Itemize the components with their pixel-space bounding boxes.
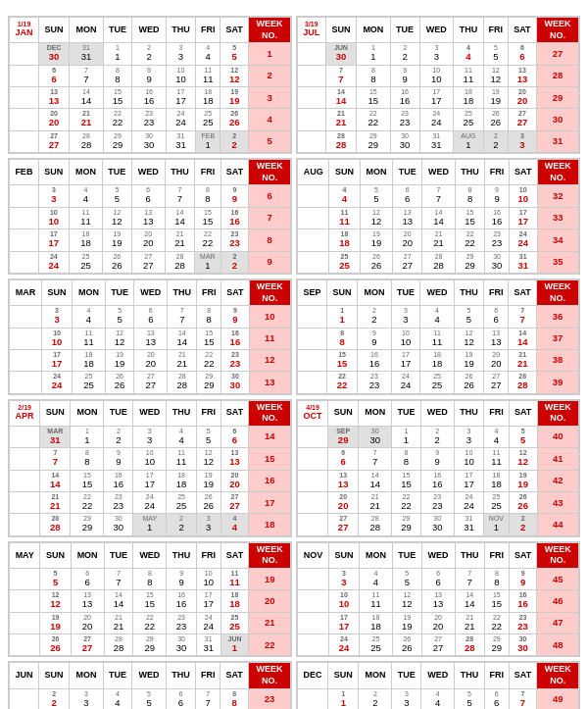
day-cell: 2727 <box>220 492 249 514</box>
day-cell: 1616 <box>485 207 510 228</box>
day-cell: 1717 <box>509 207 537 228</box>
col-header-tue: TUE <box>392 400 421 426</box>
col-header-fri: FRI <box>484 279 509 305</box>
week-number: 31 <box>536 130 578 152</box>
day-cell: 2626 <box>483 109 508 130</box>
day-cell: 2020 <box>134 349 168 371</box>
day-cell: 1818 <box>196 87 220 109</box>
day-cell: 55 <box>105 306 134 328</box>
col-header-thu: THU <box>166 18 196 43</box>
col-header-thu: THU <box>454 18 484 43</box>
col-header-sun: SUN <box>329 160 360 185</box>
day-cell: 1212 <box>392 590 421 612</box>
day-cell: 2222 <box>197 349 221 371</box>
day-cell: 1111 <box>329 207 360 228</box>
week-number: 29 <box>536 87 578 109</box>
day-cell: 1313 <box>220 448 249 470</box>
week-number: 37 <box>537 328 579 349</box>
day-cell: 2525 <box>359 634 392 656</box>
row-month-cell <box>298 251 329 273</box>
col-header-fri: FRI <box>196 542 220 568</box>
row-month-cell <box>10 426 40 447</box>
month-label: NOV <box>298 542 329 568</box>
day-cell: 22 <box>359 688 392 709</box>
day-cell: 2525 <box>73 372 106 393</box>
day-cell: 2424 <box>42 372 73 393</box>
day-cell: 88 <box>197 306 221 328</box>
day-cell: 2525 <box>420 372 454 393</box>
day-cell: 2020 <box>421 612 455 633</box>
week-number: 15 <box>249 448 291 470</box>
row-month-cell <box>10 229 39 251</box>
right-half: 3/19JULSUNMONTUEWEDTHUFRISATWEEKNO.JUN30… <box>296 16 580 709</box>
col-header-sun: SUN <box>40 542 71 568</box>
day-cell: 11 <box>326 306 357 328</box>
day-cell: 44 <box>69 185 102 207</box>
day-cell: 1919 <box>360 229 393 251</box>
day-cell: 1515 <box>195 207 220 228</box>
day-cell: DEC30 <box>38 43 69 65</box>
day-cell: 2626 <box>196 492 220 514</box>
day-cell: 77 <box>359 448 392 470</box>
col-header-thu: THU <box>166 663 196 688</box>
day-cell: 1616 <box>509 590 537 612</box>
day-cell: 66 <box>71 569 104 590</box>
day-cell: 1111 <box>454 65 484 86</box>
row-month-cell <box>10 590 40 612</box>
day-cell: 1313 <box>508 65 536 86</box>
month-block-sep: SEPSUNMONTUEWEDTHUFRISATWEEKNO.112233445… <box>296 279 580 395</box>
month-block-may: MAYSUNMONTUEWEDTHUFRISATWEEKNO.556677889… <box>8 541 292 658</box>
day-cell: 1414 <box>359 470 392 491</box>
day-cell: 1414 <box>455 590 484 612</box>
col-header-thu: THU <box>167 400 196 426</box>
day-cell: 33 <box>392 688 421 709</box>
row-month-cell <box>10 470 40 491</box>
day-cell: 33 <box>70 688 103 709</box>
day-cell: 2828 <box>165 251 194 273</box>
month-block-jul: 3/19JULSUNMONTUEWEDTHUFRISATWEEKNO.JUN30… <box>296 16 580 154</box>
day-cell: 11 <box>328 688 359 709</box>
day-cell: 55 <box>220 43 249 65</box>
col-header-fri: FRI <box>196 400 220 426</box>
week-number: 14 <box>249 426 291 447</box>
day-cell: 2828 <box>40 514 71 535</box>
week-number: 8 <box>249 229 291 251</box>
row-month-cell <box>10 492 40 514</box>
day-cell: 1111 <box>196 65 220 86</box>
day-cell: 3131 <box>454 514 483 535</box>
row-month-cell <box>298 634 329 656</box>
week-number: 3 <box>249 87 291 109</box>
day-cell: 33 <box>508 130 536 152</box>
month-label: DEC <box>298 663 328 688</box>
col-header-mon: MON <box>359 400 392 426</box>
day-cell: 1515 <box>357 87 390 109</box>
week-no-header: WEEKNO. <box>536 18 578 43</box>
row-month-cell <box>298 688 328 709</box>
day-cell: 1818 <box>420 349 454 371</box>
day-cell: 2626 <box>220 109 249 130</box>
day-cell: 1515 <box>103 87 132 109</box>
col-header-wed: WED <box>133 542 167 568</box>
day-cell: 2121 <box>168 349 197 371</box>
row-month-cell <box>298 590 329 612</box>
row-month-cell <box>298 514 328 535</box>
day-cell: 1313 <box>484 328 509 349</box>
col-header-fri: FRI <box>196 18 220 43</box>
day-cell: 33 <box>166 43 196 65</box>
row-month-cell <box>298 229 329 251</box>
col-header-sat: SAT <box>509 279 537 305</box>
day-cell: 1313 <box>71 590 104 612</box>
week-number: 30 <box>536 109 578 130</box>
day-cell: 2424 <box>454 492 483 514</box>
col-header-tue: TUE <box>392 542 421 568</box>
day-cell: 1919 <box>392 612 421 633</box>
week-number: 22 <box>249 634 291 656</box>
day-cell: 1414 <box>509 328 537 349</box>
day-cell: 2929 <box>71 514 104 535</box>
day-cell: 1515 <box>197 328 221 349</box>
day-cell: 77 <box>70 65 103 86</box>
day-cell: 1515 <box>455 207 484 228</box>
col-header-sat: SAT <box>509 663 537 688</box>
day-cell: 77 <box>168 306 197 328</box>
day-cell: 44 <box>196 43 220 65</box>
